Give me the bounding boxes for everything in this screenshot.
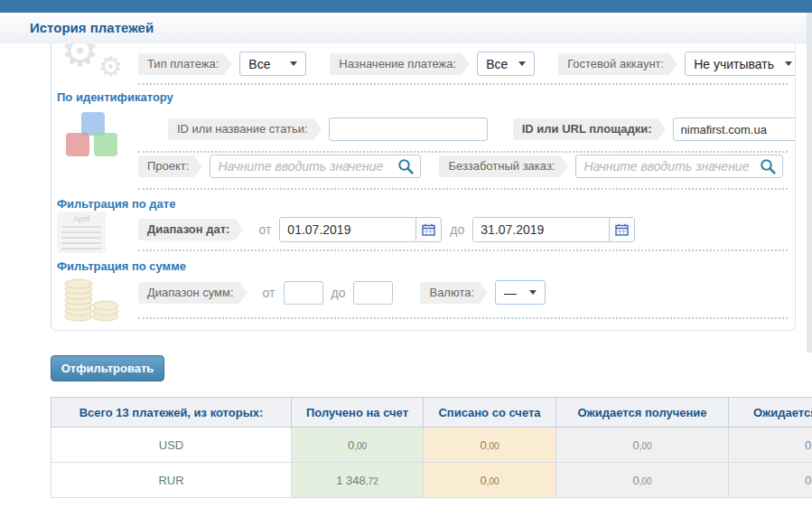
row-amount-range: Диапазон сумм: от до Валюта: — — [138, 280, 546, 305]
summary-table: Всего 13 платежей, из которых: Получено … — [51, 397, 812, 498]
row-project-order: Проект: Беззаботный заказ: — [138, 155, 783, 178]
debited-cell: 0,00 — [424, 463, 556, 498]
table-row: RUR 1 348,72 0,00 0,00 0,00 — [51, 463, 812, 498]
search-icon[interactable] — [760, 158, 777, 175]
carefree-order-label: Беззаботный заказ: — [439, 155, 560, 177]
article-id-input[interactable] — [329, 118, 488, 141]
divider — [138, 249, 788, 251]
filter-panel: ⚙⚙ Тип платежа: Все Назначение платежа: … — [51, 43, 796, 331]
row-date-range: Диапазон дат: от до — [138, 217, 635, 242]
date-from-field — [279, 217, 442, 242]
project-search — [210, 155, 421, 178]
currency-label: Валюта: — [420, 282, 480, 304]
filter-button[interactable]: Отфильтровать — [51, 355, 164, 381]
payment-purpose-value: Все — [486, 57, 508, 71]
payment-type-select[interactable]: Все — [239, 52, 306, 76]
date-range-label: Диапазон дат: — [138, 219, 235, 240]
guest-account-label: Гостевой аккаунт: — [558, 53, 669, 75]
divider — [138, 151, 788, 153]
currency-value: — — [504, 286, 517, 300]
table-row: USD 0,00 0,00 0,00 0,00 — [51, 428, 812, 463]
pending-in-cell: 0,00 — [556, 428, 729, 463]
top-bar — [0, 0, 812, 13]
amount-to-input[interactable] — [353, 281, 393, 305]
column-header-pending-out: Ожидается списание — [729, 398, 812, 428]
page-header: История платежей — [0, 13, 807, 43]
article-id-label: ID или название статьи: — [168, 118, 313, 140]
column-header-received: Получено на счет — [292, 398, 424, 428]
payment-purpose-select[interactable]: Все — [477, 52, 535, 76]
payment-purpose-label: Назначение платежа: — [330, 53, 462, 75]
column-header-debited: Списано со счета — [424, 398, 556, 428]
debited-cell: 0,00 — [424, 428, 556, 463]
site-id-input[interactable] — [673, 118, 796, 141]
payment-type-value: Все — [248, 57, 270, 71]
right-gutter — [807, 13, 812, 353]
received-cell: 1 348,72 — [292, 463, 424, 498]
date-to-field — [472, 217, 635, 242]
currency-select[interactable]: — — [495, 280, 546, 305]
coins-icon — [59, 269, 124, 325]
carefree-order-input[interactable] — [575, 155, 783, 178]
carefree-order-search — [575, 155, 783, 178]
gears-icon: ⚙⚙ — [55, 43, 135, 87]
chevron-down-icon — [529, 290, 537, 295]
guest-account-value: Не учитывать — [694, 57, 774, 71]
chevron-down-icon — [785, 61, 792, 66]
pending-out-cell: 0,00 — [729, 463, 812, 498]
pending-out-cell: 0,00 — [729, 428, 812, 463]
calendar-icon[interactable] — [415, 218, 441, 241]
chevron-down-icon — [518, 61, 526, 66]
site-id-label: ID или URL площадки: — [513, 118, 658, 140]
page-title: История платежей — [30, 20, 154, 35]
from-label: от — [258, 222, 271, 237]
currency-cell: USD — [51, 428, 292, 463]
cubes-icon — [64, 112, 122, 159]
to-label: до — [331, 286, 346, 300]
received-cell: 0,00 — [292, 428, 424, 463]
column-header-total: Всего 13 платежей, из которых: — [51, 398, 292, 428]
project-input[interactable] — [210, 155, 421, 178]
divider — [138, 317, 788, 319]
calendar-page-icon: April — [57, 212, 106, 253]
table-header-row: Всего 13 платежей, из которых: Получено … — [51, 398, 812, 428]
divider — [138, 188, 788, 190]
guest-account-select[interactable]: Не учитывать — [685, 52, 796, 76]
pending-in-cell: 0,00 — [556, 463, 729, 498]
amount-from-input[interactable] — [284, 281, 323, 305]
search-icon[interactable] — [397, 158, 415, 175]
chevron-down-icon — [290, 61, 297, 66]
currency-cell: RUR — [51, 463, 292, 498]
amount-range-label: Диапазон сумм: — [138, 282, 239, 304]
payment-type-label: Тип платежа: — [138, 53, 224, 75]
column-header-pending-in: Ожидается получение — [556, 398, 729, 428]
date-from-input[interactable] — [280, 218, 415, 241]
identifier-section-heading: По идентификатору — [57, 90, 173, 104]
project-label: Проект: — [138, 155, 194, 177]
row-identifier: ID или название статьи: ID или URL площа… — [168, 118, 796, 141]
calendar-month-label: April — [61, 214, 101, 223]
to-label: до — [450, 222, 464, 237]
calendar-icon[interactable] — [609, 218, 634, 241]
divider — [138, 83, 788, 85]
row-payment-type: Тип платежа: Все Назначение платежа: Все… — [138, 52, 796, 76]
date-section-heading: Фильтрация по дате — [57, 197, 175, 211]
from-label: от — [263, 286, 275, 300]
date-to-input[interactable] — [473, 218, 609, 241]
